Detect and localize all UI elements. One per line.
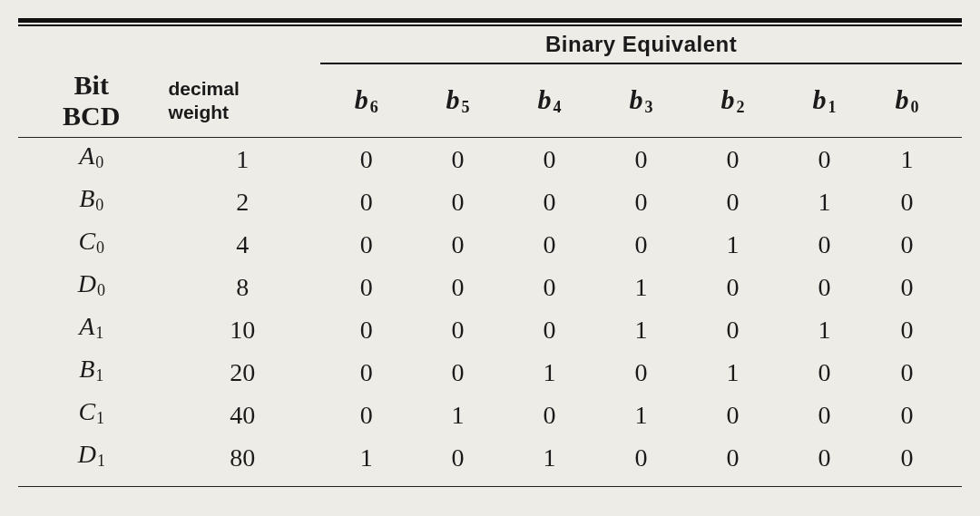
binary-bit-cell: 0 [504, 394, 595, 436]
bit-subscript: 0 [94, 196, 103, 214]
binary-bit-cell: 0 [412, 351, 504, 394]
binary-equivalent-spanner: Binary Equivalent [320, 26, 962, 70]
bit-letter: B [79, 184, 94, 212]
binary-bit-cell: 1 [595, 394, 687, 436]
table-frame: Binary Equivalent Bit BCD decimal weight [18, 18, 962, 511]
head-rule-row [18, 131, 962, 138]
bit-subscript: 0 [95, 239, 104, 257]
binary-bit-cell: 0 [320, 351, 412, 394]
binary-bit-cell: 0 [504, 308, 595, 351]
bit-bcd-cell: C0 [18, 223, 165, 266]
b5-letter: b [446, 84, 460, 114]
column-head-row: Bit BCD decimal weight b6 b5 b4 b3 b2 b1… [18, 70, 962, 131]
table-row: A010000001 [18, 138, 962, 180]
binary-bit-cell: 0 [320, 138, 412, 180]
decimal-weight-cell: 40 [165, 394, 321, 436]
binary-bit-cell: 1 [504, 436, 595, 479]
dec-blank [165, 26, 321, 70]
binary-bit-cell: 0 [687, 266, 779, 308]
table-row: B1200010100 [18, 351, 962, 394]
decimal-weight-cell: 8 [165, 266, 321, 308]
binary-bit-cell: 0 [779, 394, 870, 436]
b6-letter: b [355, 84, 368, 114]
binary-bit-cell: 0 [504, 180, 595, 223]
binary-bit-cell: 0 [412, 223, 504, 266]
bottom-gap [18, 487, 962, 511]
binary-bit-cell: 0 [870, 223, 962, 266]
bit-letter: B [79, 355, 94, 383]
binary-bit-cell: 1 [687, 351, 779, 394]
binary-bit-cell: 1 [870, 138, 962, 180]
table-row: A1100001010 [18, 308, 962, 351]
binary-bit-cell: 0 [412, 138, 504, 180]
binary-bit-cell: 0 [779, 138, 870, 180]
binary-bit-cell: 0 [687, 394, 779, 436]
decimal-weight-cell: 1 [165, 138, 321, 180]
table-body: A010000001B020000010C040000100D080001000… [18, 138, 962, 479]
binary-bit-cell: 0 [412, 308, 504, 351]
bit-bcd-cell: D0 [18, 266, 165, 308]
bit-letter: D [78, 269, 96, 297]
b1-letter: b [812, 84, 826, 114]
bit-letter: A [79, 312, 94, 340]
binary-bit-cell: 1 [412, 394, 504, 436]
bit-letter: C [78, 397, 95, 425]
table-row: B020000010 [18, 180, 962, 223]
bit-letter: D [78, 440, 96, 468]
bcd-table: Binary Equivalent Bit BCD decimal weight [18, 26, 962, 479]
b2-sub: 2 [734, 98, 744, 116]
bit-letter: C [78, 227, 95, 255]
col-head-bit: Bit BCD [18, 70, 165, 131]
col-head-b3: b3 [595, 70, 687, 131]
bit-bcd-cell: B0 [18, 180, 165, 223]
spanner-rule [320, 63, 962, 64]
binary-bit-cell: 0 [870, 394, 962, 436]
table-row: C040000100 [18, 223, 962, 266]
binary-bit-cell: 0 [870, 308, 962, 351]
decimal-weight-cell: 4 [165, 223, 321, 266]
binary-bit-cell: 0 [504, 223, 595, 266]
page: Binary Equivalent Bit BCD decimal weight [0, 0, 980, 516]
binary-bit-cell: 1 [687, 223, 779, 266]
binary-bit-cell: 1 [320, 436, 412, 479]
binary-bit-cell: 0 [779, 266, 870, 308]
spanner-label: Binary Equivalent [545, 32, 737, 57]
bit-subscript: 1 [96, 452, 105, 470]
decimal-weight-cell: 80 [165, 436, 321, 479]
col-head-b2: b2 [687, 70, 779, 131]
b3-letter: b [630, 84, 643, 114]
binary-bit-cell: 0 [595, 351, 687, 394]
b0-letter: b [895, 84, 908, 114]
binary-bit-cell: 0 [779, 436, 870, 479]
binary-bit-cell: 0 [870, 266, 962, 308]
binary-bit-cell: 0 [320, 394, 412, 436]
binary-bit-cell: 0 [320, 266, 412, 308]
bit-bcd-cell: A0 [18, 138, 165, 180]
b1-sub: 1 [826, 98, 836, 116]
binary-bit-cell: 0 [687, 308, 779, 351]
binary-bit-cell: 0 [320, 223, 412, 266]
bit-subscript: 1 [95, 409, 104, 427]
binary-bit-cell: 0 [412, 436, 504, 479]
stub-blank [18, 26, 165, 70]
col-head-bit-l2: BCD [18, 101, 165, 131]
binary-bit-cell: 0 [687, 138, 779, 180]
col-head-decimal: decimal weight [165, 70, 321, 131]
bit-subscript: 0 [94, 153, 103, 171]
col-head-b4: b4 [504, 70, 595, 131]
binary-bit-cell: 0 [687, 436, 779, 479]
b2-letter: b [720, 84, 734, 114]
binary-bit-cell: 1 [779, 308, 870, 351]
table-row: C1400101000 [18, 394, 962, 436]
binary-bit-cell: 0 [320, 180, 412, 223]
col-head-b1: b1 [779, 70, 870, 131]
b4-letter: b [538, 84, 552, 114]
binary-bit-cell: 0 [779, 351, 870, 394]
binary-bit-cell: 0 [595, 138, 687, 180]
binary-bit-cell: 0 [595, 436, 687, 479]
binary-bit-cell: 0 [870, 351, 962, 394]
col-head-b6: b6 [320, 70, 412, 131]
b4-sub: 4 [552, 98, 562, 116]
bit-subscript: 1 [94, 324, 103, 342]
binary-bit-cell: 0 [504, 266, 595, 308]
